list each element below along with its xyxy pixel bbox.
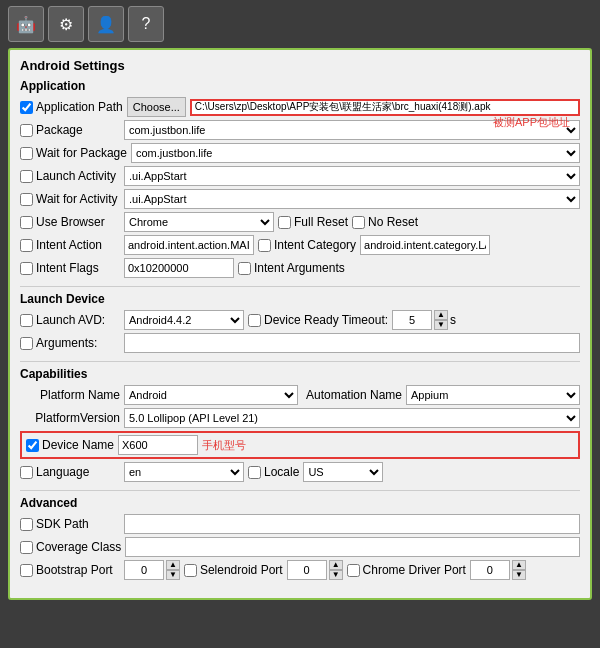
no-reset-checkbox[interactable] [352, 216, 365, 229]
platform-name-row: Platform Name Android Automation Name Ap… [20, 385, 580, 405]
arguments-checkbox-label[interactable]: Arguments: [20, 336, 120, 350]
bootstrap-port-checkbox[interactable] [20, 564, 33, 577]
intent-arguments-checkbox-label[interactable]: Intent Arguments [238, 261, 345, 275]
intent-arguments-checkbox[interactable] [238, 262, 251, 275]
chrome-driver-port-checkbox[interactable] [347, 564, 360, 577]
timeout-unit: s [450, 313, 456, 327]
launch-activity-dropdown[interactable]: .ui.AppStart [124, 166, 580, 186]
device-ready-timeout-checkbox[interactable] [248, 314, 261, 327]
bootstrap-port-checkbox-label[interactable]: Bootstrap Port [20, 563, 120, 577]
platform-version-label: PlatformVersion [20, 411, 120, 425]
wait-for-activity-checkbox-label[interactable]: Wait for Activity [20, 192, 120, 206]
choose-button[interactable]: Choose... [127, 97, 186, 117]
android-toolbar-btn[interactable]: 🤖 [8, 6, 44, 42]
arguments-input[interactable] [124, 333, 580, 353]
package-checkbox[interactable] [20, 124, 33, 137]
coverage-class-checkbox-label[interactable]: Coverage Class [20, 540, 121, 554]
device-ready-timeout-label[interactable]: Device Ready Timeout: [248, 313, 388, 327]
launch-activity-checkbox-label[interactable]: Launch Activity [20, 169, 120, 183]
use-browser-dropdown[interactable]: Chrome [124, 212, 274, 232]
intent-action-checkbox[interactable] [20, 239, 33, 252]
help-toolbar-btn[interactable]: ? [128, 6, 164, 42]
arguments-checkbox[interactable] [20, 337, 33, 350]
use-browser-checkbox-label[interactable]: Use Browser [20, 215, 120, 229]
package-label: Package [36, 123, 83, 137]
locale-dropdown[interactable]: US [303, 462, 383, 482]
sdk-path-checkbox[interactable] [20, 518, 33, 531]
chrome-driver-port-label: Chrome Driver Port [363, 563, 466, 577]
app-path-label: Application Path [36, 100, 123, 114]
intent-action-checkbox-label[interactable]: Intent Action [20, 238, 120, 252]
intent-category-checkbox-label[interactable]: Intent Category [258, 238, 356, 252]
device-ready-timeout-input[interactable] [392, 310, 432, 330]
locale-checkbox-label[interactable]: Locale [248, 465, 299, 479]
selendroid-port-checkbox[interactable] [184, 564, 197, 577]
use-browser-checkbox[interactable] [20, 216, 33, 229]
app-path-checkbox-label[interactable]: Application Path [20, 100, 123, 114]
launch-activity-checkbox[interactable] [20, 170, 33, 183]
bootstrap-spin-down[interactable]: ▼ [166, 570, 180, 580]
device-name-input[interactable] [118, 435, 198, 455]
app-path-input[interactable] [190, 99, 580, 116]
wait-for-activity-dropdown[interactable]: .ui.AppStart [124, 189, 580, 209]
package-checkbox-label[interactable]: Package [20, 123, 120, 137]
arguments-label: Arguments: [36, 336, 97, 350]
coverage-class-checkbox[interactable] [20, 541, 33, 554]
launch-avd-checkbox[interactable] [20, 314, 33, 327]
selendroid-spin-down[interactable]: ▼ [329, 570, 343, 580]
capabilities-section: Capabilities Platform Name Android Autom… [20, 367, 580, 482]
platform-name-dropdown[interactable]: Android [124, 385, 298, 405]
intent-action-label: Intent Action [36, 238, 102, 252]
full-reset-label[interactable]: Full Reset [278, 215, 348, 229]
wait-for-package-checkbox-label[interactable]: Wait for Package [20, 146, 127, 160]
launch-avd-dropdown[interactable]: Android4.4.2 [124, 310, 244, 330]
settings-toolbar-btn[interactable]: ⚙ [48, 6, 84, 42]
chrome-driver-spin-down[interactable]: ▼ [512, 570, 526, 580]
bootstrap-port-spinbox: ▲ ▼ [124, 560, 180, 580]
chrome-driver-spin-up[interactable]: ▲ [512, 560, 526, 570]
intent-flags-checkbox[interactable] [20, 262, 33, 275]
selendroid-spin-up[interactable]: ▲ [329, 560, 343, 570]
automation-name-dropdown[interactable]: Appium [406, 385, 580, 405]
bootstrap-spin-up[interactable]: ▲ [166, 560, 180, 570]
intent-category-checkbox[interactable] [258, 239, 271, 252]
coverage-class-row: Coverage Class [20, 537, 580, 557]
platform-version-dropdown[interactable]: 5.0 Lollipop (API Level 21) [124, 408, 580, 428]
launch-avd-checkbox-label[interactable]: Launch AVD: [20, 313, 120, 327]
device-name-checkbox-label[interactable]: Device Name [26, 438, 114, 452]
no-reset-label[interactable]: No Reset [352, 215, 418, 229]
sdk-path-checkbox-label[interactable]: SDK Path [20, 517, 120, 531]
selendroid-port-spinbox: ▲ ▼ [287, 560, 343, 580]
wait-for-activity-checkbox[interactable] [20, 193, 33, 206]
launch-avd-label: Launch AVD: [36, 313, 105, 327]
bootstrap-port-input[interactable] [124, 560, 164, 580]
sdk-path-input[interactable] [124, 514, 580, 534]
language-row: Language en Locale US [20, 462, 580, 482]
sdk-path-row: SDK Path [20, 514, 580, 534]
bootstrap-port-label: Bootstrap Port [36, 563, 113, 577]
full-reset-checkbox[interactable] [278, 216, 291, 229]
selendroid-port-input[interactable] [287, 560, 327, 580]
coverage-class-input[interactable] [125, 537, 580, 557]
language-checkbox[interactable] [20, 466, 33, 479]
spin-down-btn[interactable]: ▼ [434, 320, 448, 330]
app-path-checkbox[interactable] [20, 101, 33, 114]
chrome-driver-port-checkbox-label[interactable]: Chrome Driver Port [347, 563, 466, 577]
intent-action-input[interactable] [124, 235, 254, 255]
language-dropdown[interactable]: en [124, 462, 244, 482]
application-label: Application [20, 79, 580, 93]
wait-for-package-checkbox[interactable] [20, 147, 33, 160]
intent-category-input[interactable] [360, 235, 490, 255]
launch-device-section: Launch Device Launch AVD: Android4.4.2 D… [20, 292, 580, 353]
intent-flags-checkbox-label[interactable]: Intent Flags [20, 261, 120, 275]
spin-up-btn[interactable]: ▲ [434, 310, 448, 320]
language-checkbox-label[interactable]: Language [20, 465, 120, 479]
user-toolbar-btn[interactable]: 👤 [88, 6, 124, 42]
chrome-driver-port-input[interactable] [470, 560, 510, 580]
device-name-checkbox[interactable] [26, 439, 39, 452]
selendroid-port-checkbox-label[interactable]: Selendroid Port [184, 563, 283, 577]
automation-name-label: Automation Name [306, 388, 402, 402]
intent-flags-input[interactable] [124, 258, 234, 278]
locale-checkbox[interactable] [248, 466, 261, 479]
wait-for-package-dropdown[interactable]: com.justbon.life [131, 143, 580, 163]
